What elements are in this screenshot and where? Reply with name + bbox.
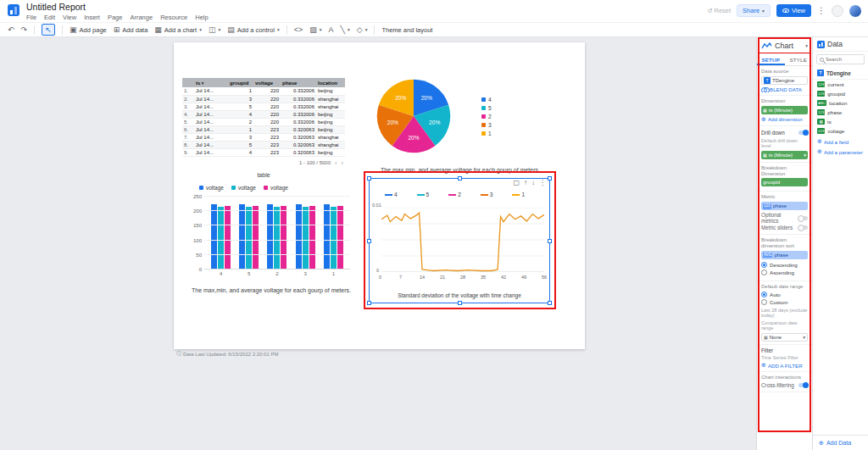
data-panel-title: Data: [827, 40, 843, 48]
field-phase[interactable]: 123phase: [813, 108, 868, 117]
legend-label: voltage: [206, 185, 224, 191]
cell-voltage: 223: [253, 148, 281, 156]
x-axis-label: 14: [420, 275, 425, 280]
drill-down-toggle[interactable]: [798, 131, 808, 135]
selection-handle[interactable]: [548, 239, 552, 243]
toolbar-redo[interactable]: ↷: [21, 26, 28, 34]
comparison-select[interactable]: ▦ None ▾: [761, 333, 808, 342]
toolbar-add-data[interactable]: ⊞Add data: [114, 26, 148, 34]
cell-groupid: 5: [228, 103, 253, 110]
menu-page[interactable]: Page: [108, 14, 123, 21]
field-location[interactable]: ABClocation: [813, 98, 868, 108]
prev-page-icon[interactable]: ‹: [335, 159, 337, 167]
undo-icon: ↶: [8, 26, 14, 34]
arrow-up-icon[interactable]: ↑: [524, 180, 527, 186]
column-header-voltage[interactable]: voltage: [253, 78, 281, 87]
toolbar-line[interactable]: ╲▾: [341, 26, 350, 34]
menu-edit[interactable]: Edit: [44, 14, 55, 21]
tab-style[interactable]: STYLE: [785, 54, 813, 65]
avatar[interactable]: [849, 5, 861, 17]
bar-chart-widget[interactable]: voltagevoltagevoltage 050100150200250 45…: [186, 185, 357, 293]
blend-data-button[interactable]: BLEND DATA: [761, 86, 808, 92]
cross-filtering-toggle[interactable]: [798, 383, 808, 387]
data-source-row[interactable]: TDengine: [813, 67, 868, 80]
tab-setup[interactable]: SETUP: [757, 54, 785, 65]
selection-handle[interactable]: [458, 301, 462, 305]
optional-metrics-toggle[interactable]: [798, 216, 808, 220]
data-source-chip[interactable]: TDengine: [761, 76, 808, 85]
selection-handle[interactable]: [548, 301, 552, 305]
frame-icon[interactable]: ▢: [513, 180, 520, 186]
time-series-widget[interactable]: ▢↑↓⋮ 45231 0.01 0 0714212835424956 Stand…: [369, 178, 550, 303]
more-vertical-icon[interactable]: ⋮: [539, 180, 546, 186]
toolbar-shape[interactable]: ◇▾: [357, 26, 368, 34]
dimension-chip[interactable]: ▦ ts (Minute): [761, 106, 808, 114]
column-header-location[interactable]: location: [316, 78, 345, 87]
pie-chart-widget[interactable]: 20%20%20%20%20% 45231 The max,min, and a…: [352, 75, 569, 173]
report-title[interactable]: Untitled Report: [26, 2, 209, 12]
menu-insert[interactable]: Insert: [84, 14, 100, 21]
selection-handle[interactable]: [367, 239, 371, 243]
toolbar-undo[interactable]: ↶: [8, 26, 14, 34]
help-avatar[interactable]: [832, 5, 843, 17]
sort-descending-option[interactable]: Descending: [761, 262, 808, 268]
metric-sliders-toggle[interactable]: [798, 225, 808, 230]
field-search[interactable]: [816, 54, 865, 64]
next-page-icon[interactable]: ›: [342, 159, 344, 167]
field-ts[interactable]: ▦ts: [813, 117, 868, 126]
selection-handle[interactable]: [367, 176, 371, 181]
date-auto-option[interactable]: Auto: [761, 292, 808, 297]
toolbar-image[interactable]: ▨▾: [309, 26, 321, 34]
report-canvas[interactable]: ts ▾groupidvoltagephaselocation1.Jul 14.…: [0, 37, 756, 450]
column-header-phase[interactable]: phase: [281, 78, 316, 87]
field-voltage[interactable]: 123voltage: [813, 126, 868, 136]
metric-chip[interactable]: 123 phase: [761, 202, 808, 210]
toolbar-url-embed[interactable]: <>: [294, 26, 303, 34]
toolbar-theme-layout[interactable]: Theme and layout: [381, 26, 432, 34]
sort-ascending-option[interactable]: Ascending: [761, 269, 808, 275]
table-chart-widget[interactable]: ts ▾groupidvoltagephaselocation1.Jul 14.…: [182, 78, 348, 178]
date-custom-option[interactable]: Custom: [761, 299, 808, 305]
view-button[interactable]: View: [776, 4, 811, 17]
breakdown-chip[interactable]: groupid: [761, 178, 808, 186]
toolbar-add-chart[interactable]: ▦Add a chart▾: [154, 26, 202, 34]
menu-view[interactable]: View: [63, 14, 76, 21]
add-filter-button[interactable]: ADD A FILTER: [761, 362, 808, 369]
share-button[interactable]: Share▾: [737, 4, 771, 17]
toolbar-community-visualizations[interactable]: ◫▾: [209, 26, 220, 34]
legend-label: 4: [488, 97, 492, 103]
more-options-icon[interactable]: ⋮: [817, 6, 826, 15]
column-header-groupid[interactable]: groupid: [228, 78, 253, 87]
legend-item-4: 4: [481, 97, 492, 103]
selection-handle[interactable]: [458, 176, 462, 181]
field-groupid[interactable]: 123groupid: [813, 89, 868, 98]
add-parameter-button[interactable]: Add a parameter: [817, 148, 864, 155]
field-current[interactable]: 123current: [813, 80, 868, 89]
metric-type-badge: 123: [763, 203, 771, 208]
reset-button[interactable]: ↺Reset: [707, 7, 731, 14]
legend-item-1: 1: [481, 131, 492, 136]
selection-handle[interactable]: [548, 176, 552, 181]
toolbar-select-tool[interactable]: ↖: [42, 24, 55, 36]
menu-file[interactable]: File: [26, 14, 36, 21]
drill-level-select[interactable]: ▦ ts (Minute) ▾: [761, 151, 808, 159]
chart-type-selector[interactable]: Chart ▾: [757, 37, 812, 54]
report-page[interactable]: ts ▾groupidvoltagephaselocation1.Jul 14.…: [174, 42, 585, 349]
download-icon[interactable]: ↓: [531, 180, 535, 186]
add-data-button[interactable]: Add Data: [813, 435, 868, 450]
sort-chip[interactable]: AVG phase: [761, 251, 808, 259]
menu-resource[interactable]: Resource: [160, 14, 187, 21]
menu-arrange[interactable]: Arrange: [130, 14, 153, 21]
search-input[interactable]: [826, 57, 861, 62]
toolbar-add-control[interactable]: ▤Add a control▾: [227, 26, 279, 34]
selection-handle[interactable]: [367, 301, 371, 305]
legend-swatch: [448, 194, 456, 196]
column-header-ts[interactable]: ts ▾: [194, 78, 228, 87]
menu-help[interactable]: Help: [195, 14, 208, 21]
toolbar-add-page[interactable]: ▣Add page: [70, 26, 107, 34]
cell-ts: Jul 14...: [194, 103, 228, 110]
toolbar-text[interactable]: A: [329, 26, 334, 34]
add-field-button[interactable]: Add a field: [817, 138, 864, 145]
cell-ts: Jul 14...: [194, 87, 228, 95]
add-dimension-button[interactable]: Add dimension: [761, 116, 808, 123]
